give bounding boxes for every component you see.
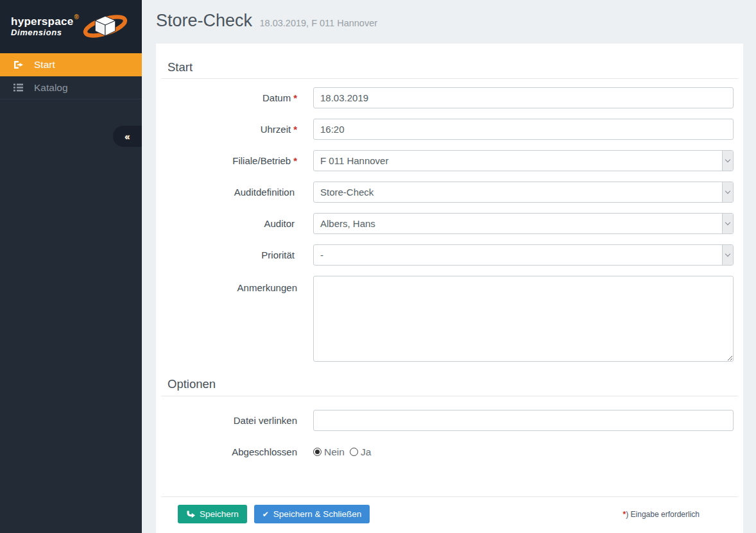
main-content: Store-Check 18.03.2019, F 011 Hannover S…: [142, 0, 756, 533]
uhrzeit-label: Uhrzeit*: [161, 119, 297, 140]
speichern-schliessen-button[interactable]: ✔ Speichern & Schließen: [254, 505, 370, 523]
radio-checked-icon: [313, 448, 322, 456]
sidebar-nav: Start Katalog: [0, 53, 142, 99]
form-row-anmerkungen: Anmerkungen: [161, 276, 738, 364]
radio-unchecked-icon: [350, 448, 358, 456]
chevron-down-icon: [722, 151, 733, 171]
uhrzeit-input[interactable]: [313, 119, 734, 140]
radio-option-ja[interactable]: Ja: [350, 446, 371, 458]
filiale-label: Filiale/Betrieb*: [161, 150, 297, 171]
speichern-button-label: Speichern: [200, 509, 239, 519]
auditor-select[interactable]: Albers, Hans: [313, 213, 734, 234]
required-asterisk: *: [293, 124, 297, 135]
datum-input[interactable]: [313, 87, 734, 108]
prioritaet-select[interactable]: -: [313, 244, 734, 266]
chevron-double-left-icon: «: [125, 131, 130, 142]
datum-label: Datum*: [161, 87, 297, 108]
prioritaet-select-value: -: [314, 245, 722, 265]
speichern-button[interactable]: Speichern: [178, 505, 247, 523]
form-row-datum: Datum*: [161, 87, 738, 108]
form-row-auditor: Auditor Albers, Hans: [161, 213, 738, 234]
form-row-auditdefinition: Auditdefinition Store-Check: [161, 182, 738, 203]
auditor-label: Auditor: [161, 213, 297, 234]
sidebar-collapse-button[interactable]: «: [113, 126, 142, 147]
required-asterisk: *: [293, 155, 297, 166]
auditdefinition-select[interactable]: Store-Check: [313, 182, 734, 203]
radio-label: Ja: [361, 446, 371, 458]
required-note: *) Eingabe erforderlich: [623, 510, 700, 519]
form-row-uhrzeit: Uhrzeit*: [161, 119, 738, 140]
auditdefinition-select-value: Store-Check: [314, 182, 722, 202]
chevron-down-icon: [722, 245, 733, 265]
section-divider: [161, 396, 738, 396]
form-row-abgeschlossen: Abgeschlossen Nein Ja: [161, 441, 738, 462]
datei-verlinken-input[interactable]: [313, 410, 734, 431]
abgeschlossen-label: Abgeschlossen: [161, 441, 297, 462]
sign-out-icon: [13, 60, 24, 69]
sidebar-item-label: Start: [34, 59, 55, 71]
required-asterisk: *: [293, 92, 297, 103]
form-card: Start Datum* Uhrzeit* Filiale/Betrieb*: [156, 44, 743, 533]
auditdefinition-label: Auditdefinition: [161, 182, 297, 203]
anmerkungen-textarea[interactable]: [313, 276, 734, 362]
registered-mark: ®: [74, 13, 80, 21]
page-header: Store-Check 18.03.2019, F 011 Hannover: [142, 0, 756, 44]
prioritaet-label: Priorität: [161, 244, 297, 266]
sidebar-item-label: Katalog: [34, 82, 68, 94]
abgeschlossen-radio-group: Nein Ja: [313, 446, 734, 459]
brand-swoosh-icon: [82, 9, 129, 45]
form-row-filiale: Filiale/Betrieb* F 011 Hannover: [161, 150, 738, 171]
brand-logo: hyperspace® Dimensions: [0, 0, 142, 53]
list-icon: [13, 83, 24, 92]
sidebar-item-katalog[interactable]: Katalog: [0, 76, 142, 99]
form-row-datei-verlinken: Datei verlinken: [161, 410, 738, 431]
chevron-down-icon: [722, 214, 733, 233]
chevron-down-icon: [722, 182, 733, 202]
filiale-select-value: F 011 Hannover: [314, 151, 722, 171]
brand-subtitle: Dimensions: [11, 28, 79, 37]
section-divider: [161, 78, 738, 79]
radio-label: Nein: [324, 446, 345, 458]
anmerkungen-label: Anmerkungen: [161, 276, 297, 294]
brand-name: hyperspace®: [11, 16, 79, 28]
filiale-select[interactable]: F 011 Hannover: [313, 150, 734, 171]
section-title-optionen: Optionen: [161, 375, 738, 391]
page-title: Store-Check: [156, 11, 252, 30]
sidebar: hyperspace® Dimensions Start: [0, 0, 142, 533]
section-title-start: Start: [161, 44, 738, 74]
auditor-select-value: Albers, Hans: [314, 214, 722, 233]
form-row-prioritaet: Priorität -: [161, 244, 738, 266]
radio-option-nein[interactable]: Nein: [313, 446, 345, 458]
speichern-schliessen-button-label: Speichern & Schließen: [273, 509, 361, 519]
sidebar-item-start[interactable]: Start: [0, 53, 142, 76]
check-icon: ✔: [262, 510, 269, 519]
save-return-arrow-icon: [186, 511, 195, 518]
page-subtitle: 18.03.2019, F 011 Hannover: [260, 18, 378, 28]
datei-verlinken-label: Datei verlinken: [161, 410, 297, 431]
form-footer: Speichern ✔ Speichern & Schließen *) Ein…: [161, 497, 738, 523]
